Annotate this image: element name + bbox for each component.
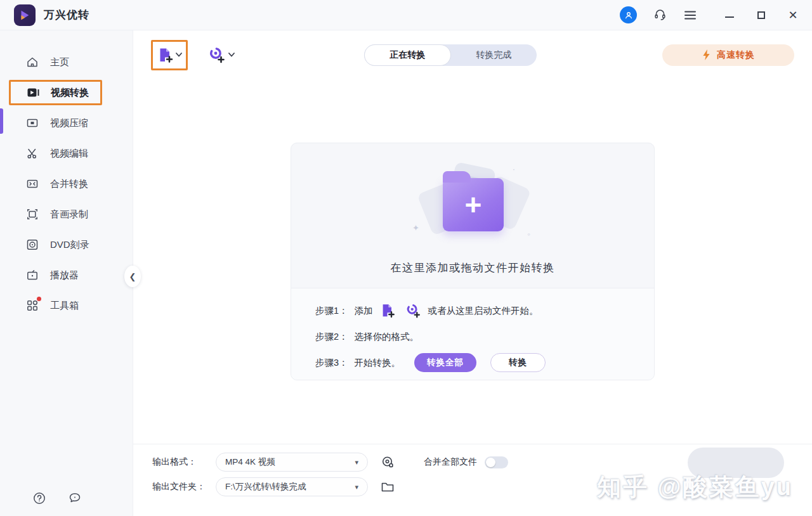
sidebar-item-label: 工具箱 [50,300,79,312]
tab-converted[interactable]: 转换完成 [451,44,537,66]
sidebar-item-label: 音画录制 [50,209,88,221]
toolbox-icon [25,299,39,313]
step-2: 步骤2： 选择你的格式。 [315,326,654,347]
toolbox-badge [37,297,41,301]
feedback-icon[interactable] [67,491,82,506]
sidebar: 主页 视频转换 视频压缩 [0,30,133,516]
convert-status-tabs: 正在转换 转换完成 [364,44,537,66]
add-dvd-mini-icon [405,303,421,318]
sidebar-item-merge-convert[interactable]: 合并转换 [0,169,133,199]
main-content: 正在转换 转换完成 高速转换 ✦◦· [133,30,812,516]
title-bar: 万兴优转 [0,0,812,30]
output-format-label: 输出格式： [152,456,216,468]
convert-all-button[interactable]: 转换全部 [414,353,476,372]
sidebar-collapse-handle[interactable]: ❮ [124,266,141,287]
app-window: 万兴优转 [0,0,812,516]
sidebar-item-label: 播放器 [50,269,79,281]
sidebar-item-label: 视频压缩 [50,117,88,129]
video-convert-icon [26,86,40,100]
add-dvd-button[interactable] [204,42,239,67]
sidebar-item-label: 视频编辑 [50,148,88,160]
chevron-down-icon [176,53,182,57]
merge-convert-icon [25,177,39,191]
step2-label: 步骤2： [315,331,348,343]
record-icon [25,207,39,221]
step-1: 步骤1： 添加 [315,300,654,321]
add-files-illustration: ✦◦· + [419,169,527,244]
step2-text: 选择你的格式。 [355,331,419,343]
sidebar-item-label: 主页 [50,56,69,68]
sidebar-item-label: 视频转换 [51,87,89,99]
user-avatar-icon[interactable] [620,6,637,23]
convert-all-disabled-button [688,448,784,478]
sidebar-item-video-convert[interactable]: 视频转换 [9,80,102,105]
drop-zone-hint: 在这里添加或拖动文件开始转换 [391,261,555,275]
add-file-mini-icon [380,303,395,318]
step1-text-before: 添加 [355,305,373,317]
lightning-icon [702,49,711,61]
step1-label: 步骤1： [315,305,348,317]
output-folder-label: 输出文件夹： [152,481,216,493]
content-toolbar: 正在转换 转换完成 高速转换 [133,30,812,77]
output-format-value: MP4 4K 视频 [225,456,275,468]
scissors-icon [25,146,39,160]
sidebar-item-player[interactable]: 播放器 [0,260,133,290]
dvd-icon [25,238,39,252]
sidebar-item-home[interactable]: 主页 [0,47,133,77]
support-headset-icon[interactable] [652,8,667,23]
output-folder-value: F:\万兴优转\转换完成 [225,481,306,493]
folder-plus-icon: + [443,178,504,231]
output-settings-bar: 输出格式： MP4 4K 视频 ▾ 合并全部文件 [133,444,812,516]
output-format-select[interactable]: MP4 4K 视频 ▾ [216,453,368,472]
merge-all-files-label: 合并全部文件 [424,456,477,468]
convert-button[interactable]: 转换 [490,353,546,372]
maximize-button[interactable] [756,10,766,20]
sidebar-item-toolbox[interactable]: 工具箱 [0,290,133,321]
format-settings-icon[interactable] [381,455,395,469]
high-speed-convert-button[interactable]: 高速转换 [662,44,794,66]
output-folder-select[interactable]: F:\万兴优转\转换完成 ▾ [216,477,368,496]
high-speed-convert-label: 高速转换 [717,49,755,61]
sidebar-item-dvd-burn[interactable]: DVD刻录 [0,229,133,260]
drop-zone-panel: ✦◦· + 在这里添加或拖动文件开始转换 步骤1： 添加 [291,143,655,380]
sidebar-item-video-compress[interactable]: 视频压缩 [0,108,133,138]
app-title: 万兴优转 [44,8,89,22]
step3-label: 步骤3： [315,357,348,369]
step1-text-after: 或者从这里启动文件开始。 [428,305,539,317]
video-compress-icon [25,116,39,130]
step3-text: 开始转换。 [355,357,401,369]
add-file-button[interactable] [151,40,188,70]
chevron-down-icon: ▾ [355,458,358,467]
chevron-down-icon: ▾ [355,483,358,491]
steps-panel: 步骤1： 添加 [291,288,654,380]
home-icon [25,55,39,69]
player-icon [25,268,39,282]
sidebar-item-label: 合并转换 [50,178,88,190]
tab-converting[interactable]: 正在转换 [364,44,451,66]
hamburger-menu-icon[interactable] [683,8,698,23]
app-logo-icon [14,4,36,26]
active-item-accent-bar [0,108,3,134]
sidebar-item-video-edit[interactable]: 视频编辑 [0,138,133,169]
sidebar-item-record[interactable]: 音画录制 [0,199,133,229]
merge-all-files-toggle[interactable] [485,456,508,468]
open-folder-icon[interactable] [381,481,395,493]
step-3: 步骤3： 开始转换。 转换全部 转换 [315,352,654,373]
minimize-button[interactable] [724,10,735,20]
sidebar-item-label: DVD刻录 [50,239,89,251]
drop-zone[interactable]: ✦◦· + 在这里添加或拖动文件开始转换 [291,143,654,288]
help-icon[interactable] [32,491,47,506]
close-button[interactable]: ✕ [788,10,798,20]
chevron-down-icon [228,53,235,57]
